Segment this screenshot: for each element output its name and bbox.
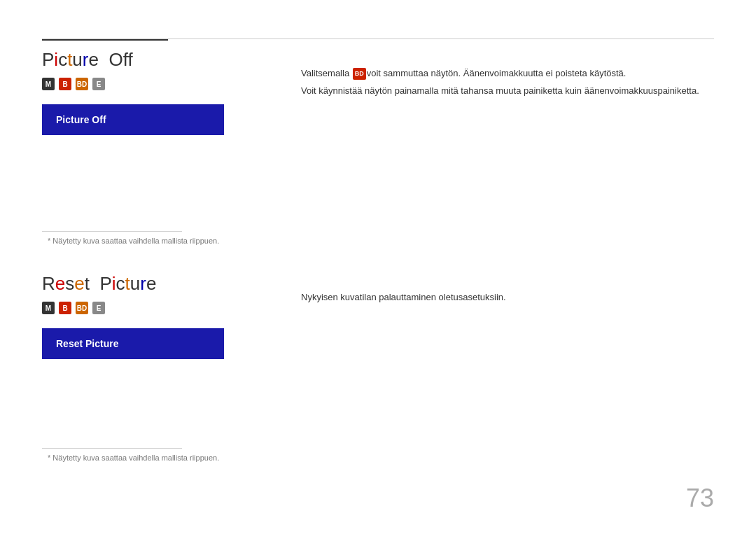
title2-s: s [65,273,74,294]
desc-bd-icon: BD [353,68,366,79]
desc-line2: Voit käynnistää näytön painamalla mitä t… [301,84,714,99]
title2-pic-c: c [116,273,125,294]
section2-title: Reset Picture [42,273,287,295]
section1-mode-icons: M B BD E [42,78,287,90]
top-rule [42,38,714,39]
section2-description: Nykyisen kuvatilan palauttaminen oletusa… [301,290,714,308]
picture-off-button[interactable]: Picture Off [42,104,224,135]
section1-note: * Näytetty kuva saattaa vaihdella mallis… [48,237,219,245]
title2-r: R [42,273,55,294]
section1-title: Picture Off [42,49,287,71]
desc-line1-post: voit sammuttaa näytön. Äänenvoimakkuutta… [367,68,626,78]
title2-t: t [85,273,100,294]
mode-icon-bd: BD [76,78,88,90]
title-c: c [58,49,67,70]
title2-e: e [55,273,65,294]
page-container: Picture Off M B BD E Picture Off * Näyte… [0,0,756,534]
section2-mode-icons: M B BD E [42,302,287,314]
mode2-icon-m: M [42,302,55,314]
divider2 [42,448,182,449]
section2-note: * Näytetty kuva saattaa vaihdella mallis… [48,454,219,462]
title-r: r [83,49,89,70]
title-off: Off [108,49,132,70]
title2-pic-r: r [140,273,146,294]
mode-icon-b: B [59,78,71,90]
title-u: u [72,49,82,70]
mode-icon-m: M [42,78,55,90]
page-number: 73 [686,484,714,513]
title-e: e [89,49,109,70]
desc-line1-pre: Valitsemalla [301,68,352,78]
section1-description: Valitsemalla BDvoit sammuttaa näytön. Ää… [301,66,714,101]
mode2-icon-bd: BD [76,302,88,314]
divider1 [42,231,182,232]
section2-reset-picture: Reset Picture M B BD E Reset Picture [42,273,287,359]
title2-pic-e: e [146,273,156,294]
mode2-icon-b: B [59,302,71,314]
desc2-line1: Nykyisen kuvatilan palauttaminen oletusa… [301,290,714,305]
mode2-icon-e: E [92,302,105,314]
mode-icon-e: E [92,78,105,90]
title2-pic-u: u [130,273,140,294]
desc-line1: Valitsemalla BDvoit sammuttaa näytön. Ää… [301,66,714,81]
title-p: P [42,49,54,70]
title2-pic-p: P [99,273,111,294]
section1-picture-off: Picture Off M B BD E Picture Off [42,49,287,135]
title2-pic-t: t [125,273,130,294]
title2-e2: e [74,273,84,294]
reset-picture-button[interactable]: Reset Picture [42,328,224,359]
